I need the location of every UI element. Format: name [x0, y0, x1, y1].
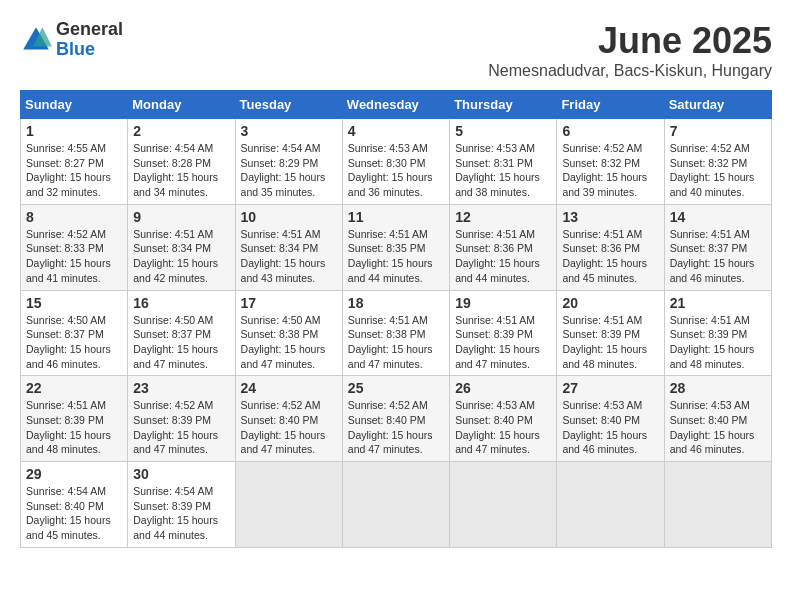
weekday-header-saturday: Saturday	[664, 91, 771, 119]
day-info: Sunrise: 4:51 AM Sunset: 8:36 PM Dayligh…	[562, 227, 658, 286]
day-info: Sunrise: 4:50 AM Sunset: 8:37 PM Dayligh…	[26, 313, 122, 372]
day-info: Sunrise: 4:50 AM Sunset: 8:37 PM Dayligh…	[133, 313, 229, 372]
day-info: Sunrise: 4:54 AM Sunset: 8:39 PM Dayligh…	[133, 484, 229, 543]
day-number: 18	[348, 295, 444, 311]
day-info: Sunrise: 4:52 AM Sunset: 8:39 PM Dayligh…	[133, 398, 229, 457]
weekday-header-friday: Friday	[557, 91, 664, 119]
calendar-cell: 14 Sunrise: 4:51 AM Sunset: 8:37 PM Dayl…	[664, 204, 771, 290]
day-number: 7	[670, 123, 766, 139]
day-info: Sunrise: 4:51 AM Sunset: 8:39 PM Dayligh…	[562, 313, 658, 372]
calendar-cell: 20 Sunrise: 4:51 AM Sunset: 8:39 PM Dayl…	[557, 290, 664, 376]
calendar-cell: 3 Sunrise: 4:54 AM Sunset: 8:29 PM Dayli…	[235, 119, 342, 205]
day-number: 22	[26, 380, 122, 396]
calendar-cell: 17 Sunrise: 4:50 AM Sunset: 8:38 PM Dayl…	[235, 290, 342, 376]
calendar-week-row: 15 Sunrise: 4:50 AM Sunset: 8:37 PM Dayl…	[21, 290, 772, 376]
calendar-cell	[664, 462, 771, 548]
day-info: Sunrise: 4:53 AM Sunset: 8:40 PM Dayligh…	[670, 398, 766, 457]
calendar-cell	[342, 462, 449, 548]
calendar-cell: 1 Sunrise: 4:55 AM Sunset: 8:27 PM Dayli…	[21, 119, 128, 205]
logo-icon	[20, 24, 52, 56]
day-number: 4	[348, 123, 444, 139]
calendar-cell: 6 Sunrise: 4:52 AM Sunset: 8:32 PM Dayli…	[557, 119, 664, 205]
day-number: 19	[455, 295, 551, 311]
calendar-cell: 16 Sunrise: 4:50 AM Sunset: 8:37 PM Dayl…	[128, 290, 235, 376]
day-number: 17	[241, 295, 337, 311]
calendar-cell: 25 Sunrise: 4:52 AM Sunset: 8:40 PM Dayl…	[342, 376, 449, 462]
day-number: 26	[455, 380, 551, 396]
day-number: 15	[26, 295, 122, 311]
day-info: Sunrise: 4:51 AM Sunset: 8:35 PM Dayligh…	[348, 227, 444, 286]
day-info: Sunrise: 4:52 AM Sunset: 8:40 PM Dayligh…	[348, 398, 444, 457]
day-info: Sunrise: 4:55 AM Sunset: 8:27 PM Dayligh…	[26, 141, 122, 200]
calendar-cell: 11 Sunrise: 4:51 AM Sunset: 8:35 PM Dayl…	[342, 204, 449, 290]
day-info: Sunrise: 4:51 AM Sunset: 8:39 PM Dayligh…	[670, 313, 766, 372]
day-number: 5	[455, 123, 551, 139]
weekday-header-wednesday: Wednesday	[342, 91, 449, 119]
calendar-cell: 18 Sunrise: 4:51 AM Sunset: 8:38 PM Dayl…	[342, 290, 449, 376]
day-info: Sunrise: 4:52 AM Sunset: 8:32 PM Dayligh…	[562, 141, 658, 200]
calendar-cell: 13 Sunrise: 4:51 AM Sunset: 8:36 PM Dayl…	[557, 204, 664, 290]
day-info: Sunrise: 4:53 AM Sunset: 8:40 PM Dayligh…	[562, 398, 658, 457]
day-number: 16	[133, 295, 229, 311]
day-info: Sunrise: 4:51 AM Sunset: 8:39 PM Dayligh…	[455, 313, 551, 372]
day-number: 27	[562, 380, 658, 396]
day-info: Sunrise: 4:53 AM Sunset: 8:40 PM Dayligh…	[455, 398, 551, 457]
calendar-table: SundayMondayTuesdayWednesdayThursdayFrid…	[20, 90, 772, 548]
day-info: Sunrise: 4:51 AM Sunset: 8:39 PM Dayligh…	[26, 398, 122, 457]
weekday-header-sunday: Sunday	[21, 91, 128, 119]
calendar-cell: 10 Sunrise: 4:51 AM Sunset: 8:34 PM Dayl…	[235, 204, 342, 290]
month-title: June 2025	[488, 20, 772, 62]
day-number: 23	[133, 380, 229, 396]
day-number: 11	[348, 209, 444, 225]
day-number: 12	[455, 209, 551, 225]
day-info: Sunrise: 4:53 AM Sunset: 8:31 PM Dayligh…	[455, 141, 551, 200]
weekday-header-tuesday: Tuesday	[235, 91, 342, 119]
calendar-cell: 30 Sunrise: 4:54 AM Sunset: 8:39 PM Dayl…	[128, 462, 235, 548]
calendar-cell: 2 Sunrise: 4:54 AM Sunset: 8:28 PM Dayli…	[128, 119, 235, 205]
day-number: 29	[26, 466, 122, 482]
day-info: Sunrise: 4:51 AM Sunset: 8:34 PM Dayligh…	[241, 227, 337, 286]
calendar-cell: 7 Sunrise: 4:52 AM Sunset: 8:32 PM Dayli…	[664, 119, 771, 205]
calendar-cell: 29 Sunrise: 4:54 AM Sunset: 8:40 PM Dayl…	[21, 462, 128, 548]
weekday-header-thursday: Thursday	[450, 91, 557, 119]
day-number: 1	[26, 123, 122, 139]
calendar-cell: 9 Sunrise: 4:51 AM Sunset: 8:34 PM Dayli…	[128, 204, 235, 290]
location-subtitle: Nemesnadudvar, Bacs-Kiskun, Hungary	[488, 62, 772, 80]
day-number: 8	[26, 209, 122, 225]
day-info: Sunrise: 4:54 AM Sunset: 8:28 PM Dayligh…	[133, 141, 229, 200]
calendar-cell: 27 Sunrise: 4:53 AM Sunset: 8:40 PM Dayl…	[557, 376, 664, 462]
day-number: 13	[562, 209, 658, 225]
calendar-cell	[557, 462, 664, 548]
header: General Blue June 2025 Nemesnadudvar, Ba…	[20, 20, 772, 80]
calendar-cell: 15 Sunrise: 4:50 AM Sunset: 8:37 PM Dayl…	[21, 290, 128, 376]
day-number: 28	[670, 380, 766, 396]
day-info: Sunrise: 4:52 AM Sunset: 8:40 PM Dayligh…	[241, 398, 337, 457]
logo-general-text: General	[56, 20, 123, 40]
day-info: Sunrise: 4:50 AM Sunset: 8:38 PM Dayligh…	[241, 313, 337, 372]
day-info: Sunrise: 4:54 AM Sunset: 8:29 PM Dayligh…	[241, 141, 337, 200]
day-number: 3	[241, 123, 337, 139]
day-number: 24	[241, 380, 337, 396]
day-number: 14	[670, 209, 766, 225]
calendar-cell: 19 Sunrise: 4:51 AM Sunset: 8:39 PM Dayl…	[450, 290, 557, 376]
day-number: 6	[562, 123, 658, 139]
day-number: 21	[670, 295, 766, 311]
calendar-cell	[235, 462, 342, 548]
title-area: June 2025 Nemesnadudvar, Bacs-Kiskun, Hu…	[488, 20, 772, 80]
calendar-cell: 5 Sunrise: 4:53 AM Sunset: 8:31 PM Dayli…	[450, 119, 557, 205]
logo-blue-text: Blue	[56, 40, 123, 60]
calendar-week-row: 8 Sunrise: 4:52 AM Sunset: 8:33 PM Dayli…	[21, 204, 772, 290]
day-info: Sunrise: 4:51 AM Sunset: 8:37 PM Dayligh…	[670, 227, 766, 286]
day-info: Sunrise: 4:51 AM Sunset: 8:34 PM Dayligh…	[133, 227, 229, 286]
calendar-week-row: 22 Sunrise: 4:51 AM Sunset: 8:39 PM Dayl…	[21, 376, 772, 462]
day-number: 30	[133, 466, 229, 482]
weekday-header-monday: Monday	[128, 91, 235, 119]
day-number: 25	[348, 380, 444, 396]
calendar-cell: 26 Sunrise: 4:53 AM Sunset: 8:40 PM Dayl…	[450, 376, 557, 462]
day-number: 2	[133, 123, 229, 139]
calendar-cell	[450, 462, 557, 548]
calendar-cell: 22 Sunrise: 4:51 AM Sunset: 8:39 PM Dayl…	[21, 376, 128, 462]
logo: General Blue	[20, 20, 123, 60]
calendar-cell: 21 Sunrise: 4:51 AM Sunset: 8:39 PM Dayl…	[664, 290, 771, 376]
day-number: 9	[133, 209, 229, 225]
